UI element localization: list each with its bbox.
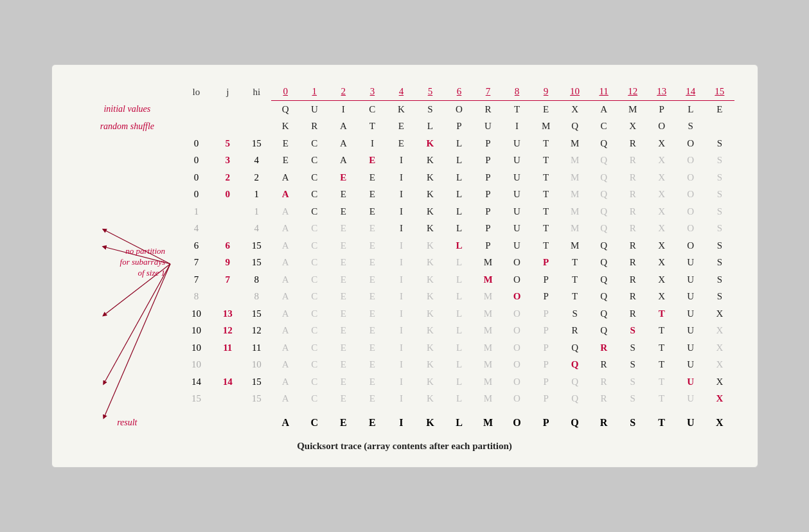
cell-r3-c2: A xyxy=(329,152,358,169)
cell-r6-c5: K xyxy=(416,203,445,220)
cell-r9-c4: I xyxy=(387,254,416,271)
row-j-15 xyxy=(213,356,242,373)
row-label-5 xyxy=(75,186,180,203)
cell-r9-c10: T xyxy=(560,254,589,271)
row-j-14: 11 xyxy=(213,339,242,357)
row-lo-16: 14 xyxy=(179,373,213,391)
row-label-6 xyxy=(75,203,180,220)
cell-r14-c5: K xyxy=(416,339,445,357)
row-label-10 xyxy=(75,271,180,288)
cell-r10-c1: C xyxy=(300,271,329,288)
result-1: C xyxy=(300,414,329,432)
cell-r14-c2: E xyxy=(329,339,358,357)
cell-r3-c12: R xyxy=(618,152,647,169)
cell-r17-c0: A xyxy=(271,390,300,407)
cell-r11-c7: M xyxy=(474,288,502,305)
cell-r0-c5: S xyxy=(416,100,445,118)
row-lo-2: 0 xyxy=(179,135,213,152)
cell-r2-c14: O xyxy=(676,135,705,152)
cell-r7-c14: O xyxy=(676,220,705,237)
result-15: X xyxy=(705,414,734,432)
cell-r9-c0: A xyxy=(271,254,300,271)
result-11: R xyxy=(589,414,618,432)
cell-r9-c7: M xyxy=(474,254,502,271)
cell-r15-c15: X xyxy=(705,356,734,373)
row-lo-1 xyxy=(179,118,213,135)
cell-r8-c0: A xyxy=(271,237,300,254)
result-3: E xyxy=(358,414,387,432)
cell-r12-c14: U xyxy=(676,305,705,323)
cell-r10-c6: L xyxy=(445,271,474,288)
cell-r8-c6: L xyxy=(445,237,474,254)
cell-r2-c3: I xyxy=(358,135,387,152)
cell-r6-c9: T xyxy=(531,203,560,220)
idx-9: 9 xyxy=(531,83,560,100)
cell-r6-c2: E xyxy=(329,203,358,220)
cell-r13-c10: R xyxy=(560,322,589,339)
cell-r14-c14: U xyxy=(676,339,705,357)
cell-r5-c6: L xyxy=(445,186,474,203)
cell-r15-c8: O xyxy=(502,356,531,373)
cell-r4-c5: K xyxy=(416,169,445,186)
cell-r8-c3: E xyxy=(358,237,387,254)
cell-r14-c8: O xyxy=(502,339,531,357)
cell-r4-c9: T xyxy=(531,169,560,186)
idx-14: 14 xyxy=(676,83,705,100)
row-lo-17: 15 xyxy=(179,390,213,407)
cell-r11-c13: X xyxy=(647,288,676,305)
row-label-13 xyxy=(75,322,180,339)
row-hi-0 xyxy=(242,100,271,118)
cell-r16-c2: E xyxy=(329,373,358,391)
cell-r1-c11: C xyxy=(589,118,618,135)
cell-r10-c12: R xyxy=(618,271,647,288)
cell-r0-c6: O xyxy=(445,100,474,118)
row-hi-10: 8 xyxy=(242,271,271,288)
row-j-1 xyxy=(213,118,242,135)
cell-r16-c1: C xyxy=(300,373,329,391)
cell-r14-c0: A xyxy=(271,339,300,357)
cell-r14-c4: I xyxy=(387,339,416,357)
cell-r3-c6: L xyxy=(445,152,474,169)
main-card: lo j hi 0 1 2 3 4 5 6 7 8 9 10 11 12 xyxy=(51,64,758,468)
result-6: L xyxy=(445,414,474,432)
cell-r1-c0: K xyxy=(271,118,300,135)
cell-r12-c10: S xyxy=(560,305,589,323)
cell-r11-c0: A xyxy=(271,288,300,305)
idx-2: 2 xyxy=(329,83,358,100)
trace-row: 1010ACEEIKLMOPQRSTUX xyxy=(75,356,734,373)
cell-r7-c11: Q xyxy=(589,220,618,237)
cell-r2-c7: P xyxy=(474,135,502,152)
trace-row: 001ACEEIKLPUTMQRXOS xyxy=(75,186,734,203)
result-row: result A C E E I K L M O P Q R S T U xyxy=(75,414,734,432)
idx-8: 8 xyxy=(502,83,531,100)
result-8: O xyxy=(502,414,531,432)
cell-r17-c5: K xyxy=(416,390,445,407)
cell-r13-c9: P xyxy=(531,322,560,339)
cell-r12-c5: K xyxy=(416,305,445,323)
row-label-16 xyxy=(75,373,180,391)
cell-r10-c15: S xyxy=(705,271,734,288)
cell-r12-c9: P xyxy=(531,305,560,323)
row-j-0 xyxy=(213,100,242,118)
row-hi-6: 1 xyxy=(242,203,271,220)
cell-r5-c1: C xyxy=(300,186,329,203)
row-j-6 xyxy=(213,203,242,220)
row-lo-4: 0 xyxy=(179,169,213,186)
cell-r6-c11: Q xyxy=(589,203,618,220)
row-j-11 xyxy=(213,288,242,305)
cell-r10-c7: M xyxy=(474,271,502,288)
trace-row: 11ACEEIKLPUTMQRXOS xyxy=(75,203,734,220)
row-j-17 xyxy=(213,390,242,407)
cell-r2-c6: L xyxy=(445,135,474,152)
result-10: Q xyxy=(560,414,589,432)
cell-r15-c14: U xyxy=(676,356,705,373)
cell-r0-c14: L xyxy=(676,100,705,118)
cell-r0-c8: T xyxy=(502,100,531,118)
cell-r13-c0: A xyxy=(271,322,300,339)
cell-r2-c8: U xyxy=(502,135,531,152)
cell-r13-c15: X xyxy=(705,322,734,339)
cell-r15-c5: K xyxy=(416,356,445,373)
cell-r12-c11: Q xyxy=(589,305,618,323)
row-label-2 xyxy=(75,135,180,152)
idx-0: 0 xyxy=(271,83,300,100)
